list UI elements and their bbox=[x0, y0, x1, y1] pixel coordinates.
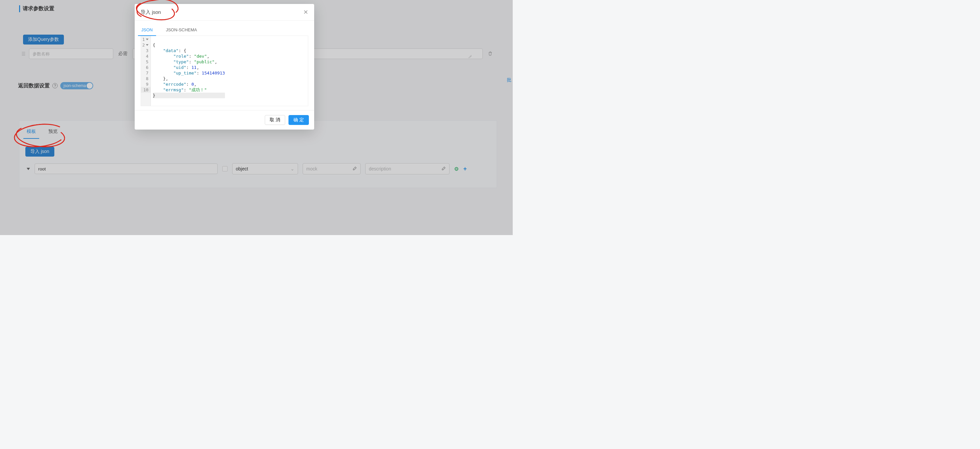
editor-code[interactable]: { "data": { "role": "dev", "type": "publ… bbox=[151, 36, 227, 106]
line-number: 7 bbox=[146, 70, 148, 76]
modal-tab-json-schema[interactable]: JSON-SCHEMA bbox=[165, 24, 198, 35]
line-number: 1 bbox=[142, 37, 145, 42]
modal-title: 导入 json bbox=[141, 9, 161, 16]
modal-body: JSON JSON-SCHEMA 1 2 3 4 5 6 7 8 9 10 { … bbox=[135, 21, 314, 107]
import-json-modal: 导入 json ✕ JSON JSON-SCHEMA 1 2 3 4 5 6 7… bbox=[135, 4, 314, 129]
line-number: 4 bbox=[146, 53, 148, 59]
close-icon[interactable]: ✕ bbox=[303, 9, 308, 16]
modal-header: 导入 json ✕ bbox=[135, 4, 314, 21]
line-number: 3 bbox=[146, 48, 148, 53]
modal-tab-json[interactable]: JSON bbox=[141, 24, 153, 35]
line-number: 9 bbox=[146, 81, 148, 87]
line-number: 6 bbox=[146, 65, 148, 70]
fold-icon[interactable] bbox=[146, 44, 148, 46]
line-number: 8 bbox=[146, 76, 148, 81]
line-number: 2 bbox=[142, 42, 145, 48]
cancel-button[interactable]: 取 消 bbox=[265, 115, 285, 125]
line-number: 5 bbox=[146, 59, 148, 65]
fold-icon[interactable] bbox=[146, 38, 148, 40]
json-editor[interactable]: 1 2 3 4 5 6 7 8 9 10 { "data": { "role":… bbox=[141, 35, 308, 106]
modal-tabs: JSON JSON-SCHEMA bbox=[141, 24, 308, 36]
modal-footer: 取 消 确 定 bbox=[135, 110, 314, 129]
ok-button[interactable]: 确 定 bbox=[288, 115, 309, 125]
editor-gutter: 1 2 3 4 5 6 7 8 9 10 bbox=[141, 36, 151, 106]
line-number: 10 bbox=[143, 87, 148, 93]
